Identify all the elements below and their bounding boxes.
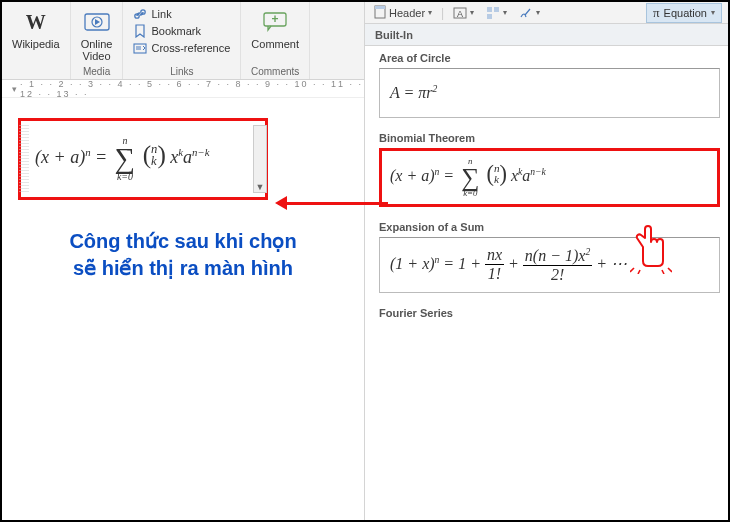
svg-line-18 (668, 268, 672, 272)
pi-icon: π (653, 5, 660, 21)
caption-line-2: sẽ hiển thị ra màn hình (18, 255, 348, 282)
links-group: Link Bookmark Cross-reference Links (123, 2, 241, 79)
comments-group: + Comment Comments (241, 2, 310, 79)
document-area: (x + a)n = n∑k=0 (nk) xkan−k ▼ Công thức… (2, 98, 364, 520)
header-dropdown[interactable]: Header ▾ (371, 4, 435, 22)
svg-line-17 (662, 270, 664, 274)
gallery-item-area[interactable]: Area of Circle A = πr2 (379, 52, 720, 118)
comment-icon: + (261, 8, 289, 36)
quickparts-dropdown[interactable]: ▾ (483, 5, 510, 21)
svg-rect-13 (494, 7, 499, 12)
gallery-preview-area[interactable]: A = πr2 (379, 68, 720, 118)
comment-label: Comment (251, 38, 299, 50)
ruler-mark: · 1 · · 2 · · 3 · · 4 · · 5 · · 6 · · 7 … (20, 80, 364, 98)
bookmark-icon (133, 24, 147, 38)
chevron-down-icon: ▾ (536, 8, 540, 17)
gallery-item-binomial[interactable]: Binomial Theorem (x + a)n = n∑k=0 (nk) x… (379, 132, 720, 207)
cross-reference-button[interactable]: Cross-reference (129, 40, 234, 56)
parts-icon (486, 6, 500, 20)
chevron-down-icon: ▾ (470, 8, 474, 17)
svg-rect-9 (375, 6, 385, 9)
media-group: Online Video Media (71, 2, 124, 79)
svg-line-16 (638, 270, 640, 274)
chevron-down-icon: ▾ (428, 8, 432, 17)
bookmark-button[interactable]: Bookmark (129, 23, 234, 39)
signature-icon (519, 6, 533, 20)
gallery-item-title: Area of Circle (379, 52, 720, 64)
equation-content: (x + a)n = n∑k=0 (nk) xkan−k (35, 136, 210, 182)
inserted-equation[interactable]: (x + a)n = n∑k=0 (nk) xkan−k ▼ (18, 118, 268, 200)
header-page-icon (374, 5, 386, 21)
equation-options-dropdown[interactable]: ▼ (253, 125, 267, 193)
chevron-down-icon: ▾ (503, 8, 507, 17)
crossref-icon (133, 41, 147, 55)
link-icon (133, 7, 147, 21)
chevron-down-icon: ▾ (711, 8, 715, 17)
svg-text:A: A (457, 9, 463, 19)
svg-rect-14 (487, 14, 492, 19)
comments-group-label: Comments (251, 66, 299, 77)
equation-gallery[interactable]: Area of Circle A = πr2 Binomial Theorem … (364, 46, 728, 520)
gallery-item-title: Fourier Series (379, 307, 720, 319)
svg-rect-12 (487, 7, 492, 12)
gallery-preview-binomial[interactable]: (x + a)n = n∑k=0 (nk) xkan−k (379, 148, 720, 207)
wikipedia-button[interactable]: W Wikipedia (8, 6, 64, 52)
equation-move-handle[interactable] (19, 125, 29, 193)
wikipedia-icon: W (22, 8, 50, 36)
svg-text:+: + (272, 12, 279, 26)
wikipedia-label: Wikipedia (12, 38, 60, 50)
wikipedia-group-label (34, 66, 37, 77)
online-video-button[interactable]: Online Video (77, 6, 117, 64)
svg-line-15 (630, 268, 634, 272)
wikipedia-group: W Wikipedia (2, 2, 71, 79)
textbox-icon: A (453, 6, 467, 20)
bookmark-label: Bookmark (151, 25, 201, 37)
online-video-label: Online Video (81, 38, 113, 62)
header-label: Header (389, 7, 425, 19)
caption-line-1: Công thức sau khi chọn (18, 228, 348, 255)
pointing-hand-icon (630, 222, 672, 274)
annotation-caption: Công thức sau khi chọn sẽ hiển thị ra mà… (18, 228, 348, 282)
crossref-label: Cross-reference (151, 42, 230, 54)
equation-button[interactable]: π Equation ▾ (646, 3, 722, 23)
link-button[interactable]: Link (129, 6, 234, 22)
builtin-header: Built-In (364, 24, 728, 46)
video-icon (83, 8, 111, 36)
link-label: Link (151, 8, 171, 20)
signature-dropdown[interactable]: ▾ (516, 5, 543, 21)
equation-label: Equation (664, 7, 707, 19)
textbox-dropdown[interactable]: A ▾ (450, 5, 477, 21)
gallery-item-fourier[interactable]: Fourier Series (379, 307, 720, 319)
links-group-label: Links (170, 66, 193, 77)
header-footer-bar: Header ▾ | A ▾ ▾ ▾ π Equation ▾ (364, 2, 728, 24)
media-group-label: Media (83, 66, 110, 77)
comment-button[interactable]: + Comment (247, 6, 303, 52)
gallery-item-title: Binomial Theorem (379, 132, 720, 144)
ruler: ▾ · 1 · · 2 · · 3 · · 4 · · 5 · · 6 · · … (2, 80, 364, 98)
svg-marker-2 (95, 19, 100, 25)
annotation-arrow (278, 202, 388, 205)
